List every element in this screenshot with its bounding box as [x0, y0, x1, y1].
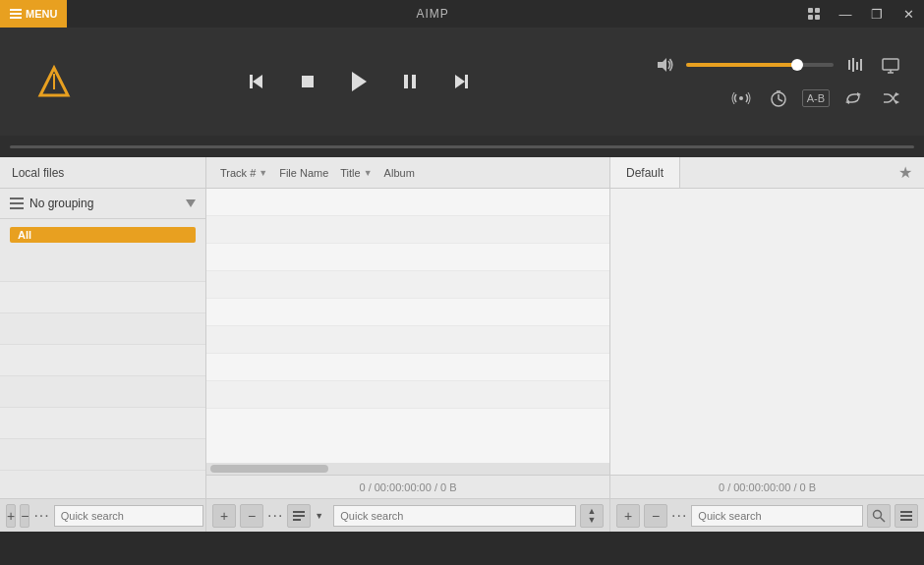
list-item[interactable] — [0, 376, 205, 408]
table-row[interactable] — [206, 381, 609, 409]
equalizer-button[interactable] — [841, 51, 869, 79]
stop-button[interactable] — [290, 64, 325, 99]
pause-button[interactable] — [392, 64, 428, 99]
seekbar-area — [0, 136, 924, 157]
star-button[interactable]: ★ — [887, 163, 924, 182]
grid-icon — [808, 8, 820, 20]
svg-marker-13 — [658, 58, 666, 72]
maximize-button[interactable]: ❐ — [861, 0, 893, 28]
list-item[interactable] — [0, 251, 205, 282]
ab-button[interactable]: A-B — [802, 89, 830, 107]
col-file-name[interactable]: File Name — [273, 157, 334, 188]
col-title[interactable]: Title ▼ — [334, 157, 377, 188]
local-files-tab[interactable]: Local files — [0, 157, 205, 189]
menu-label: MENU — [26, 8, 57, 20]
grouping-header[interactable]: No grouping — [0, 189, 205, 219]
screen-button[interactable] — [877, 51, 904, 79]
grouping-label: No grouping — [29, 197, 180, 210]
menu-button[interactable]: MENU — [0, 0, 67, 28]
list-menu-icon — [293, 511, 305, 521]
seekbar[interactable] — [10, 145, 914, 148]
list-item[interactable] — [0, 408, 205, 439]
volume-slider[interactable] — [686, 63, 834, 67]
svg-rect-6 — [250, 75, 253, 88]
window-controls: — ❐ ✕ — [798, 0, 924, 28]
right-status: 0 / 00:00:00:00 / 0 B — [610, 475, 924, 498]
next-button[interactable] — [443, 64, 479, 99]
col-title-label: Title — [340, 167, 360, 179]
playlist-bottom-bar: + − ··· ▼ ▲ ▼ — [206, 498, 609, 532]
speaker-icon — [656, 56, 673, 74]
add-button[interactable]: + — [6, 504, 16, 528]
playlist-quick-search[interactable] — [333, 505, 576, 527]
left-list — [0, 251, 205, 498]
shuffle-button[interactable] — [877, 85, 904, 112]
more-button[interactable]: ··· — [33, 507, 49, 525]
table-row[interactable] — [206, 189, 609, 216]
repeat-button[interactable] — [839, 85, 867, 112]
playlist-menu-button[interactable] — [287, 504, 311, 528]
right-list-menu-button[interactable] — [895, 504, 918, 528]
playlist-list — [206, 189, 609, 463]
surround-button[interactable] — [727, 85, 755, 112]
grid-view-button[interactable] — [798, 0, 830, 28]
list-item[interactable] — [0, 313, 205, 345]
left-quick-search[interactable] — [54, 505, 203, 527]
table-row[interactable] — [206, 299, 609, 326]
search-icon — [872, 509, 886, 523]
table-row[interactable] — [206, 244, 609, 271]
playlist-add-button[interactable]: + — [212, 504, 236, 528]
table-row[interactable] — [206, 216, 609, 244]
playlist-remove-button[interactable]: − — [240, 504, 263, 528]
svg-rect-0 — [10, 9, 22, 11]
filter-title-icon: ▼ — [364, 168, 373, 178]
col-track-num-label: Track # — [220, 167, 256, 179]
timer-button[interactable] — [765, 85, 792, 112]
stop-icon — [298, 72, 318, 91]
right-panel: Default ★ 0 / 00:00:00:00 / 0 B + − ··· — [609, 157, 924, 532]
close-button[interactable]: ✕ — [893, 0, 924, 28]
svg-marker-11 — [455, 75, 465, 88]
list-item[interactable] — [0, 439, 205, 471]
list-item[interactable] — [0, 282, 205, 313]
prev-button[interactable] — [239, 64, 274, 99]
scrollbar-thumb[interactable] — [210, 465, 328, 473]
svg-rect-16 — [856, 62, 858, 70]
col-album[interactable]: Album — [378, 157, 421, 188]
scroll-up-down-button[interactable]: ▲ ▼ — [580, 504, 604, 528]
search-button[interactable] — [867, 504, 891, 528]
svg-marker-8 — [352, 72, 367, 91]
volume-fill — [686, 63, 797, 67]
extra-controls-row: A-B — [727, 85, 904, 112]
playlist-more-button[interactable]: ··· — [267, 507, 283, 525]
app-title: AIMP — [67, 7, 798, 21]
minimize-button[interactable]: — — [830, 0, 861, 28]
filter-icon: ▼ — [259, 168, 267, 178]
right-add-button[interactable]: + — [616, 504, 640, 528]
right-remove-button[interactable]: − — [644, 504, 667, 528]
table-row[interactable] — [206, 354, 609, 381]
list-item[interactable] — [0, 345, 205, 376]
dropdown-arrow-icon[interactable]: ▼ — [313, 511, 325, 521]
play-icon — [347, 70, 371, 93]
right-more-button[interactable]: ··· — [671, 507, 687, 525]
table-row[interactable] — [206, 326, 609, 354]
all-badge[interactable]: All — [10, 227, 196, 243]
svg-marker-29 — [895, 92, 899, 96]
svg-rect-15 — [852, 58, 854, 72]
svg-rect-17 — [860, 59, 862, 71]
col-track-num[interactable]: Track # ▼ — [214, 157, 273, 188]
svg-point-37 — [874, 510, 882, 518]
default-tab[interactable]: Default — [610, 157, 680, 188]
svg-rect-10 — [412, 75, 416, 88]
volume-knob — [791, 59, 803, 71]
table-row[interactable] — [206, 271, 609, 299]
volume-icon[interactable] — [651, 51, 678, 79]
svg-rect-2 — [10, 17, 22, 19]
right-quick-search[interactable] — [691, 505, 863, 527]
remove-button[interactable]: − — [20, 504, 29, 528]
surround-icon — [731, 90, 751, 106]
play-button[interactable] — [341, 64, 376, 99]
svg-rect-41 — [900, 519, 912, 521]
playlist-header: Track # ▼ File Name Title ▼ Album — [206, 157, 609, 189]
